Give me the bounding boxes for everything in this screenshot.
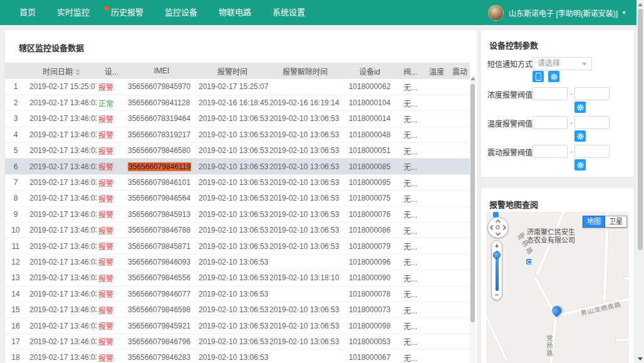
cell-alarm-time: 2019-02-10 13:06:53 xyxy=(197,223,268,238)
range-dash: - xyxy=(570,147,573,156)
concentration-max-input[interactable] xyxy=(574,87,610,100)
nav-item-2[interactable]: 历史报警 xyxy=(100,0,154,25)
cell-index: 5 xyxy=(5,143,26,159)
gear-icon xyxy=(551,73,558,80)
zoom-slider-thumb[interactable] xyxy=(493,251,501,259)
send-sms-button[interactable] xyxy=(532,71,544,82)
nav-item-3[interactable]: 监控设备 xyxy=(154,0,208,25)
nav-item-1[interactable]: 实时监控 xyxy=(46,0,100,25)
table-row[interactable]: 22019-02-17 13:46:03正常356566079841128201… xyxy=(5,95,470,110)
map-viewport[interactable]: 济南聚仁民安生态农业有限公司 党杨路 黄山龙栖南路 党杨路 + − xyxy=(486,212,629,363)
cell-device-id: 1018000078 xyxy=(342,286,397,302)
vibration-threshold-label: 震动报警阀值 xyxy=(487,147,532,157)
zoom-out-button[interactable]: − xyxy=(493,291,501,298)
table-row[interactable]: 162019-02-17 13:46:03报警35656607984592120… xyxy=(5,318,470,334)
temperature-min-input[interactable] xyxy=(532,116,568,129)
nav-item-0[interactable]: 首页 xyxy=(9,0,46,25)
page-scrollbar[interactable] xyxy=(636,0,644,363)
concentration-min-input[interactable] xyxy=(532,87,568,100)
col-datetime[interactable]: 时间日期 xyxy=(26,63,96,79)
scroll-up-arrow-icon[interactable] xyxy=(470,77,475,80)
cell-alarm-time: 2019-02-10 13:06:53 xyxy=(197,334,268,349)
sort-icon[interactable] xyxy=(75,69,80,75)
table-row[interactable]: 132019-02-17 13:46:03报警35656607984655620… xyxy=(5,270,470,286)
table-scrollbar-thumb[interactable] xyxy=(470,84,475,322)
cell-index: 8 xyxy=(5,191,26,206)
status-badge: 报警 xyxy=(98,179,113,188)
table-row[interactable]: 92019-02-17 13:46:03报警356566079845913201… xyxy=(5,206,470,222)
table-row[interactable]: 32019-02-17 13:46:03报警356566078319464201… xyxy=(5,111,470,127)
vibration-apply-button[interactable] xyxy=(574,159,586,171)
table-row[interactable]: 102019-02-17 13:46:03报警35656607984678820… xyxy=(5,223,470,238)
col-alarm-time: 报警时间 xyxy=(197,63,268,79)
cell-alarm-time: 2019-02-10 13:06:53 xyxy=(197,270,268,286)
user-name: 山东斯诺电子 [李助明(斯诺安装)] xyxy=(509,8,618,18)
satellite-layer-button[interactable]: 卫星 xyxy=(605,216,627,228)
scroll-up-arrow-icon[interactable] xyxy=(638,3,643,6)
bus-station-icon xyxy=(526,259,532,265)
user-menu[interactable]: 山东斯诺电子 [李助明(斯诺安装)] ▼ xyxy=(488,0,626,25)
map-layer-toggle: 地图 卫星 xyxy=(583,216,627,228)
temperature-max-input[interactable] xyxy=(574,116,610,129)
cell-status: 报警 xyxy=(96,238,127,254)
nav-item-5[interactable]: 系统设置 xyxy=(262,0,316,25)
table-row[interactable]: 52019-02-17 13:46:03报警356566079846580201… xyxy=(5,143,470,159)
cell-datetime: 2019-02-17 13:46:03 xyxy=(26,206,96,222)
table-row[interactable]: 182019-02-17 13:46:03报警35656607984628320… xyxy=(5,350,470,363)
cell-device-id: 1018000086 xyxy=(342,223,397,238)
pan-center-icon[interactable] xyxy=(496,225,500,229)
table-scrollbar[interactable] xyxy=(470,75,475,363)
sms-notify-select[interactable]: 请选择 xyxy=(532,57,592,70)
cell-status: 报警 xyxy=(96,350,127,363)
page-scrollbar-thumb[interactable] xyxy=(638,9,643,250)
pan-left-icon[interactable] xyxy=(490,225,495,230)
alarm-map-card: 报警地图查阅 济南聚仁民安生态农业有限公司 党杨路 黄山龙栖南路 党杨路 xyxy=(481,188,634,363)
sms-settings-button[interactable] xyxy=(548,71,559,82)
scroll-down-arrow-icon[interactable] xyxy=(638,357,643,360)
temperature-apply-button[interactable] xyxy=(574,130,586,142)
imei-value: 356566079846556 xyxy=(128,273,190,282)
cell-index: 7 xyxy=(5,174,26,190)
pan-up-icon[interactable] xyxy=(496,219,501,224)
map-zoom-control[interactable]: + − xyxy=(491,240,502,300)
cell-temperature xyxy=(423,350,450,363)
table-row[interactable]: 82019-02-17 13:46:03报警356566079846564201… xyxy=(5,191,470,206)
cell-temperature xyxy=(423,318,450,334)
table-row[interactable]: 122019-02-17 13:46:03报警35656607984609320… xyxy=(5,254,470,270)
nav-item-4[interactable]: 物联电路 xyxy=(208,0,262,25)
cell-index: 11 xyxy=(5,238,26,254)
table-row[interactable]: 142019-02-17 13:46:03报警35656607984607720… xyxy=(5,286,470,302)
map-layer-button[interactable]: 地图 xyxy=(583,216,605,228)
cell-alarm-time: 2019-02-10 13:06:53 xyxy=(197,302,268,317)
concentration-apply-button[interactable] xyxy=(574,102,586,113)
cell-imei: 356566079846077 xyxy=(127,286,197,302)
cell-datetime: 2019-02-17 13:46:03 xyxy=(26,270,96,286)
table-row[interactable]: 42019-02-17 13:46:03报警356566078319217201… xyxy=(5,127,470,142)
table-row[interactable]: 172019-02-17 13:46:03报警35656607984679620… xyxy=(5,334,470,349)
cell-datetime: 2019-02-17 13:46:03 xyxy=(26,302,96,317)
table-row[interactable]: 112019-02-17 13:46:03报警35656607984587120… xyxy=(5,238,470,254)
map-pan-control[interactable] xyxy=(487,217,509,238)
cell-clear-time: 2019-02-10 13:06:53 xyxy=(268,174,342,190)
cell-status: 报警 xyxy=(96,79,127,95)
cell-index: 9 xyxy=(5,206,26,222)
imei-value: 356566079846283 xyxy=(128,353,190,362)
cell-valve: 无... xyxy=(397,95,423,110)
pan-down-icon[interactable] xyxy=(496,231,501,236)
cell-valve: 无... xyxy=(397,254,423,270)
cell-imei: 356566079846119 xyxy=(127,159,197,174)
cell-valve: 无... xyxy=(397,79,423,95)
vibration-min-input[interactable] xyxy=(532,145,568,158)
table-row[interactable]: 12019-02-17 15:25:07报警356566079845970201… xyxy=(5,79,470,95)
pan-right-icon[interactable] xyxy=(501,225,506,230)
zoom-in-button[interactable]: + xyxy=(493,242,501,250)
temperature-threshold-label: 温度报警阀值 xyxy=(487,118,532,129)
cell-device-id: 1018000098 xyxy=(342,318,397,334)
table-row[interactable]: 72019-02-17 13:46:03报警356566079846101201… xyxy=(5,174,470,190)
cell-imei: 356566079846796 xyxy=(127,334,197,349)
table-row[interactable]: 152019-02-17 13:46:03报警35656607984659820… xyxy=(5,302,470,317)
table-row[interactable]: 62019-02-17 13:46:03报警356566079846119201… xyxy=(5,159,470,174)
vibration-max-input[interactable] xyxy=(574,145,610,158)
phone-icon xyxy=(536,73,541,81)
cell-vibration xyxy=(450,270,470,286)
